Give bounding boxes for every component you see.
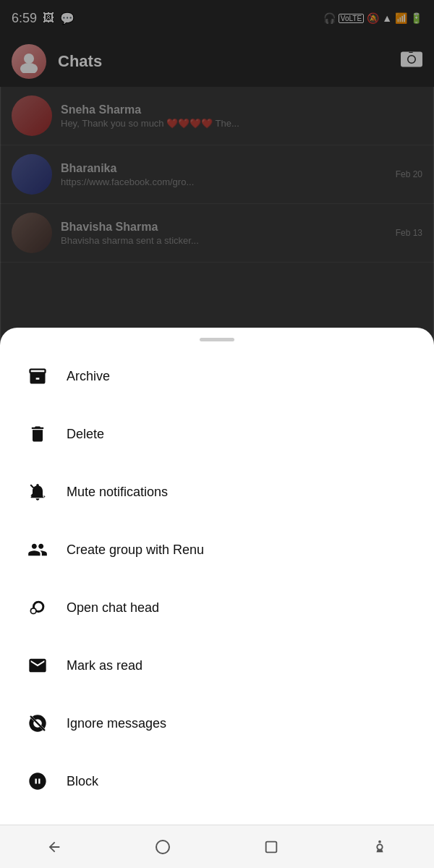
mark-as-read-label: Mark as read: [67, 658, 142, 673]
chat-head-icon: [23, 593, 52, 622]
svg-point-5: [31, 609, 35, 613]
home-button[interactable]: [141, 825, 184, 869]
menu-item-ignore-messages[interactable]: Ignore messages: [0, 694, 434, 752]
menu-item-block[interactable]: Block: [0, 752, 434, 810]
menu-item-archive[interactable]: Archive: [0, 347, 434, 405]
menu-item-delete[interactable]: Delete: [0, 405, 434, 463]
sheet-handle: [200, 338, 234, 341]
svg-rect-11: [266, 841, 277, 852]
archive-label: Archive: [67, 369, 110, 384]
mark-read-icon: [23, 651, 52, 680]
mute-label: Mute notifications: [67, 485, 168, 500]
menu-item-mark-as-read[interactable]: Mark as read: [0, 637, 434, 694]
archive-icon: [23, 362, 52, 391]
context-menu-sheet: Archive Delete Mute notifications Create…: [0, 328, 434, 825]
accessibility-button[interactable]: [358, 825, 401, 869]
recents-button[interactable]: [250, 825, 293, 869]
svg-point-10: [156, 841, 169, 854]
mute-notifications-icon: [23, 477, 52, 506]
menu-item-open-chat-head[interactable]: Open chat head: [0, 579, 434, 637]
block-icon: [23, 767, 52, 796]
ignore-icon: [23, 709, 52, 738]
create-group-icon: [23, 535, 52, 564]
svg-point-12: [378, 840, 381, 843]
delete-icon: [23, 420, 52, 448]
block-label: Block: [67, 774, 98, 789]
delete-label: Delete: [67, 427, 104, 442]
back-button[interactable]: [33, 825, 76, 869]
create-group-label: Create group with Renu: [67, 542, 204, 558]
menu-item-create-group[interactable]: Create group with Renu: [0, 521, 434, 579]
menu-item-mute[interactable]: Mute notifications: [0, 463, 434, 521]
open-chat-head-label: Open chat head: [67, 600, 159, 616]
ignore-messages-label: Ignore messages: [67, 716, 166, 731]
navigation-bar: [0, 825, 434, 868]
